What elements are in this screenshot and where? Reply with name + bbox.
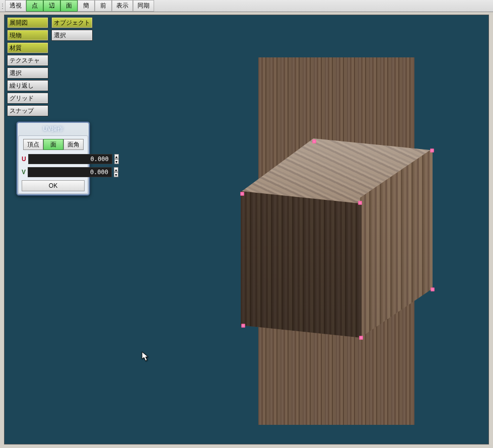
- toolbar-simple-button[interactable]: 簡: [78, 0, 95, 12]
- viewport-3d[interactable]: 展開図 現物 材質 テクスチャ 選択 繰り返し グリッド スナップ オブジェクト…: [4, 15, 489, 444]
- toolbar-face-button[interactable]: 面: [60, 0, 78, 12]
- toolbar-vertex-button[interactable]: 点: [26, 0, 43, 12]
- vertex-handle[interactable]: [431, 149, 434, 153]
- toolbar-grip-icon: ⋮: [0, 0, 5, 12]
- cube-left-face[interactable]: [241, 182, 362, 338]
- toolbar-sync-button[interactable]: 同期: [133, 0, 154, 12]
- vertex-handle[interactable]: [241, 192, 244, 196]
- toolbar-front-button[interactable]: 前: [95, 0, 112, 12]
- wood-cube-object[interactable]: [233, 138, 440, 350]
- vertex-handle[interactable]: [360, 336, 363, 340]
- vertex-handle[interactable]: [431, 288, 435, 291]
- vertex-handle[interactable]: [313, 140, 316, 143]
- toolbar-perspective-button[interactable]: 透視: [5, 0, 26, 12]
- vertex-handle[interactable]: [242, 324, 245, 328]
- scene-objects: [5, 15, 488, 444]
- toolbar-edge-button[interactable]: 辺: [43, 0, 60, 12]
- top-toolbar: ⋮ 透視 点 辺 面 簡 前 表示 同期: [0, 0, 493, 12]
- vertex-handle[interactable]: [359, 201, 362, 205]
- toolbar-display-button[interactable]: 表示: [112, 0, 133, 12]
